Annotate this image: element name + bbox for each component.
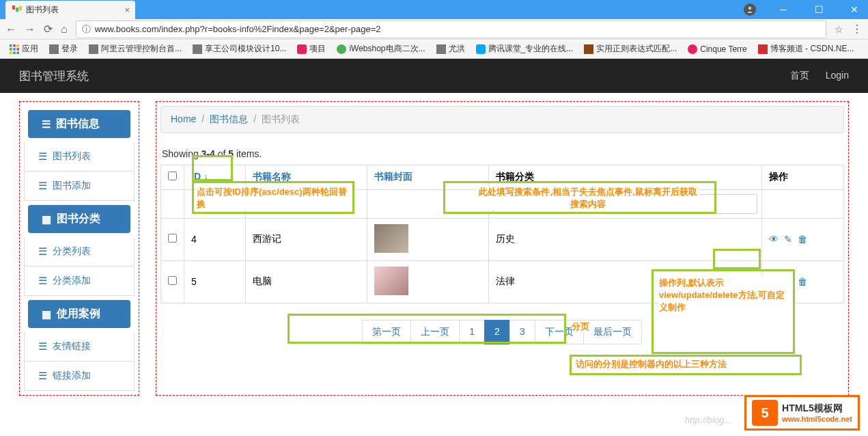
row-checkbox[interactable] <box>168 234 177 243</box>
bookmark-item[interactable]: 项目 <box>293 42 330 56</box>
header-name[interactable]: 书籍名称 <box>253 171 291 182</box>
list-icon: ☰ <box>42 118 51 131</box>
sidebar-use-case[interactable]: ▦使用案例 <box>28 300 130 328</box>
bookmark-item[interactable]: 博客频道 - CSDN.NE... <box>754 42 858 56</box>
sidebar-book-add[interactable]: ☰图书添加 <box>25 172 134 200</box>
cell-name: 西游记 <box>246 218 367 260</box>
svg-rect-7 <box>10 48 12 51</box>
apps-button[interactable]: 应用 <box>5 42 42 56</box>
svg-rect-6 <box>17 44 20 47</box>
bookmark-item[interactable]: 享王公司模块设计10... <box>188 42 290 56</box>
sidebar-category-add[interactable]: ☰分类添加 <box>25 267 134 295</box>
annotation-text: 点击可按ID排序(asc/desc)两种轮回替换 <box>197 186 352 210</box>
list-icon: ☰ <box>38 370 47 382</box>
delete-icon[interactable]: 🗑 <box>798 276 807 287</box>
tab-title: 图书列表 <box>26 4 59 16</box>
close-button[interactable]: ✕ <box>841 0 868 19</box>
sidebar-book-category[interactable]: ▦图书分类 <box>28 205 130 233</box>
info-icon: ⓘ <box>82 23 91 36</box>
select-all-checkbox[interactable] <box>168 172 177 180</box>
back-icon[interactable]: ← <box>5 23 16 36</box>
tab-favicon <box>12 5 22 15</box>
cell-id: 4 <box>184 218 246 260</box>
bookmark-item[interactable]: 阿里云管理控制台首... <box>85 42 186 56</box>
forward-icon[interactable]: → <box>25 23 36 36</box>
address-bar[interactable]: ⓘ www.books.com/index.php?r=books-info%2… <box>76 21 826 38</box>
row-checkbox[interactable] <box>168 276 177 285</box>
watermark: 5 HTML5模板网 www.html5code.net <box>744 395 860 404</box>
cell-name: 电脑 <box>246 260 367 303</box>
annotation-box <box>192 155 233 181</box>
maximize-button[interactable]: ☐ <box>805 0 832 19</box>
sidebar-book-list[interactable]: ☰图书列表 <box>25 142 134 171</box>
bookmark-item[interactable]: 腾讯课堂_专业的在线... <box>472 42 578 56</box>
url-text: www.books.com/index.php?r=books-info%2Fi… <box>95 24 381 34</box>
bookmark-item[interactable]: 实用正则表达式匹配... <box>580 42 681 56</box>
annotation-text: 分页 <box>572 321 589 333</box>
browser-tab-bar: 图书列表 × ─ ☐ ✕ <box>0 0 868 19</box>
html5-badge: 5 <box>752 400 778 404</box>
bookmark-star-icon[interactable]: ☆ <box>835 24 843 35</box>
sidebar-link-add[interactable]: ☰链接添加 <box>25 362 134 390</box>
breadcrumb: Home/ 图书信息/ 图书列表 <box>160 106 844 133</box>
bookmark-item[interactable]: iWebshop电商二次... <box>333 42 429 56</box>
list-icon: ☰ <box>38 275 47 287</box>
minimize-button[interactable]: ─ <box>770 0 797 19</box>
list-icon: ☰ <box>38 245 47 258</box>
bookmark-item[interactable]: Cinque Terre <box>684 43 751 55</box>
svg-point-3 <box>748 7 751 10</box>
header-cover[interactable]: 书籍封面 <box>374 171 412 182</box>
svg-rect-5 <box>13 44 16 47</box>
svg-rect-8 <box>13 48 16 51</box>
header-action: 操作 <box>769 171 788 182</box>
breadcrumb-home[interactable]: Home <box>171 113 196 126</box>
page-last[interactable]: 最后一页 <box>583 320 642 344</box>
header-category: 书籍分类 <box>496 171 534 182</box>
svg-rect-4 <box>10 44 12 47</box>
home-icon[interactable]: ⌂ <box>61 23 68 36</box>
svg-rect-12 <box>17 51 20 54</box>
bookmark-item[interactable]: 尤洪 <box>432 42 469 56</box>
annotation-box <box>713 249 761 269</box>
nav-login[interactable]: Login <box>826 70 849 82</box>
sidebar-friend-link[interactable]: ☰友情链接 <box>25 332 134 361</box>
bookmarks-bar: 应用 登录 阿里云管理控制台首... 享王公司模块设计10... 项目 iWeb… <box>0 40 868 59</box>
list-icon: ☰ <box>38 340 47 353</box>
annotation-box <box>288 314 566 344</box>
list-icon: ☰ <box>38 180 47 192</box>
bookmark-item[interactable]: 登录 <box>45 42 82 56</box>
breadcrumb-current: 图书列表 <box>262 113 300 126</box>
browser-tab[interactable]: 图书列表 × <box>5 1 135 19</box>
list-icon: ☰ <box>38 150 47 163</box>
svg-rect-9 <box>17 48 20 51</box>
sidebar-book-info[interactable]: ☰图书信息 <box>28 110 130 138</box>
annotation-text: 操作列,默认表示view/update/delete方法,可自定义制作 <box>659 277 793 314</box>
breadcrumb-book-info[interactable]: 图书信息 <box>210 113 248 126</box>
menu-icon[interactable]: ⋮ <box>852 23 863 36</box>
svg-rect-10 <box>10 51 12 54</box>
apps-icon <box>10 44 19 54</box>
app-title: 图书管理系统 <box>19 68 89 84</box>
profile-avatar[interactable] <box>744 3 756 16</box>
calendar-icon: ▦ <box>42 308 51 321</box>
cover-image <box>374 224 408 253</box>
svg-rect-1 <box>16 8 18 12</box>
view-icon[interactable]: 👁 <box>769 234 779 245</box>
annotation-box: 点击可按ID排序(asc/desc)两种轮回替换 <box>192 181 354 214</box>
svg-rect-0 <box>12 5 15 10</box>
annotation-box: 访问的分别是控制器内的以上三种方法 <box>570 355 802 375</box>
close-icon[interactable]: × <box>124 5 130 15</box>
cover-image <box>374 267 408 295</box>
delete-icon[interactable]: 🗑 <box>798 234 807 245</box>
cell-id: 5 <box>184 260 246 303</box>
browser-nav-bar: ← → ⟳ ⌂ ⓘ www.books.com/index.php?r=book… <box>0 19 868 40</box>
nav-home[interactable]: 首页 <box>790 70 809 82</box>
reload-icon[interactable]: ⟳ <box>44 23 53 36</box>
result-summary: Showing 3-4 of 5 items. <box>160 146 844 165</box>
annotation-text: 此处填写搜索条件,相当于失去焦点事件,鼠标离开后获取搜索内容 <box>477 186 699 210</box>
annotation-text: 访问的分别是控制器内的以上三种方法 <box>576 359 727 369</box>
sidebar-category-list[interactable]: ☰分类列表 <box>25 237 134 266</box>
annotation-box: 操作列,默认表示view/update/delete方法,可自定义制作 <box>652 269 795 354</box>
edit-icon[interactable]: ✎ <box>784 234 792 245</box>
svg-rect-11 <box>13 51 16 54</box>
